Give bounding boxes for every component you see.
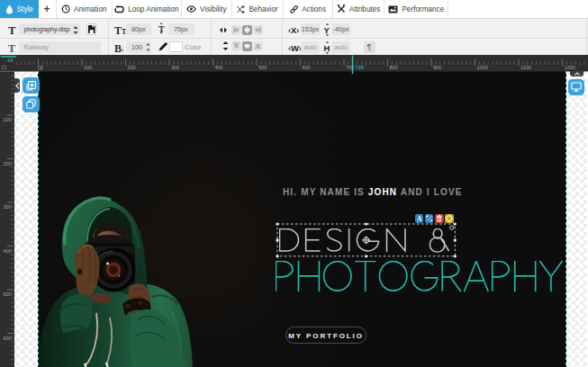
svg-text:-16: -16 [6, 58, 14, 63]
svg-text:100: 100 [84, 65, 92, 70]
svg-text:600: 600 [303, 65, 311, 70]
svg-text:500: 500 [3, 291, 11, 297]
svg-text:1100: 1100 [520, 65, 531, 70]
svg-text:400: 400 [3, 248, 11, 254]
svg-text:400: 400 [215, 65, 223, 70]
svg-text:1200: 1200 [565, 65, 575, 70]
svg-text:300: 300 [3, 204, 11, 210]
svg-text:800: 800 [390, 65, 398, 70]
svg-text:900: 900 [433, 65, 441, 70]
svg-text:500: 500 [258, 65, 267, 70]
svg-text:200: 200 [128, 65, 136, 70]
svg-text:600: 600 [3, 336, 11, 341]
svg-text:1000: 1000 [477, 65, 488, 70]
svg-text:200: 200 [3, 161, 11, 166]
svg-text:300: 300 [171, 65, 179, 70]
svg-text:100: 100 [3, 117, 11, 122]
svg-text:738: 738 [356, 65, 364, 70]
